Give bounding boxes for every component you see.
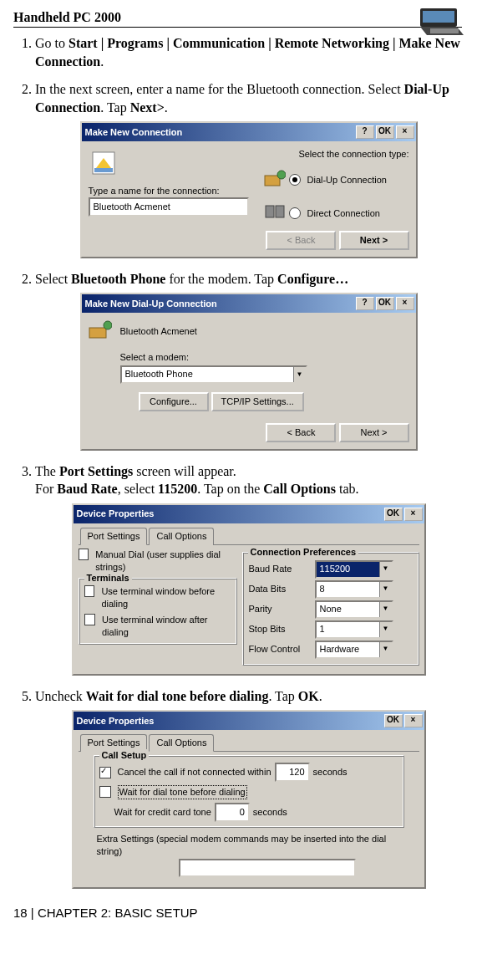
chevron-down-icon: ▼	[379, 582, 392, 597]
extra-settings-input[interactable]	[179, 859, 356, 877]
flow-control-label: Flow Control	[248, 640, 314, 660]
page-footer: 18 | CHAPTER 2: BASIC SETUP	[13, 906, 462, 920]
modem-icon	[89, 319, 112, 343]
connection-icon	[92, 151, 256, 178]
back-button[interactable]: < Back	[266, 231, 336, 250]
cancel-call-label: Cancel the call if not connected within	[118, 766, 271, 778]
baud-rate-dropdown[interactable]: 115200▼	[315, 560, 393, 579]
window-title: Make New Dial-Up Connection	[85, 298, 354, 310]
select-modem-label: Select a modem:	[120, 351, 409, 364]
terminal-before-label: Use terminal window before dialing	[101, 585, 231, 610]
ok-button[interactable]: OK	[376, 125, 394, 139]
step-4: The Port Settings screen will appear. Fo…	[35, 462, 462, 676]
direct-icon	[264, 202, 286, 224]
ok-button[interactable]: OK	[376, 297, 394, 310]
data-bits-label: Data Bits	[248, 579, 314, 600]
dialup-label: Dial-Up Connection	[307, 174, 387, 186]
terminals-group-label: Terminals	[84, 572, 132, 584]
titlebar: Device Properties OK ×	[74, 505, 424, 523]
window-title: Device Properties	[77, 715, 383, 727]
stop-bits-label: Stop Bits	[248, 620, 314, 640]
data-bits-dropdown[interactable]: 8▼	[315, 580, 393, 599]
svg-rect-1	[423, 11, 454, 23]
type-name-label: Type a name for the connection:	[89, 185, 256, 197]
ok-button[interactable]: OK	[384, 714, 403, 727]
flow-control-dropdown[interactable]: Hardware▼	[315, 641, 393, 659]
baud-rate-label: Baud Rate	[248, 559, 314, 579]
device-properties-call-dialog: Device Properties OK × Port Settings Cal…	[72, 710, 426, 889]
handheld-pc-icon	[419, 7, 465, 40]
terminal-before-checkbox[interactable]	[84, 585, 95, 597]
svg-rect-8	[276, 206, 284, 217]
configure-button[interactable]: Configure...	[139, 392, 209, 411]
tab-call-options[interactable]: Call Options	[149, 734, 214, 752]
help-button[interactable]: ?	[356, 297, 374, 310]
steps-list: Go to Start | Programs | Communication |…	[13, 34, 462, 889]
wait-dial-tone-label: Wait for dial tone before dialing	[118, 785, 247, 799]
conn-pref-group-label: Connection Preferences	[248, 546, 359, 559]
close-button[interactable]: ×	[396, 297, 414, 310]
chevron-down-icon: ▼	[379, 642, 392, 657]
credit-seconds-input[interactable]: 0	[215, 803, 250, 822]
chevron-down-icon: ▼	[293, 367, 306, 382]
window-title: Device Properties	[77, 508, 383, 520]
step-2: In the next screen, enter a name for the…	[35, 80, 462, 258]
svg-point-10	[104, 321, 112, 329]
close-button[interactable]: ×	[404, 508, 423, 521]
window-title: Make New Connection	[85, 126, 354, 139]
close-button[interactable]: ×	[396, 125, 414, 139]
extra-settings-label: Extra Settings (special modem commands m…	[97, 833, 404, 858]
parity-dropdown[interactable]: None▼	[315, 600, 393, 619]
back-button[interactable]: < Back	[266, 423, 336, 442]
titlebar: Make New Connection ? OK ×	[82, 123, 416, 141]
titlebar: Device Properties OK ×	[74, 712, 424, 730]
terminal-after-label: Use terminal window after dialing	[102, 614, 231, 639]
svg-rect-4	[94, 168, 113, 172]
make-new-connection-dialog: Make New Connection ? OK × Type a name f…	[80, 121, 418, 258]
connection-name-input[interactable]: Bluetooth Acmenet	[89, 197, 249, 217]
manual-dial-checkbox[interactable]	[79, 549, 89, 560]
tab-call-options[interactable]: Call Options	[149, 528, 214, 545]
call-setup-group-label: Call Setup	[99, 749, 150, 762]
tcpip-settings-button[interactable]: TCP/IP Settings...	[211, 392, 304, 411]
manual-dial-label: Manual Dial (user supplies dial strings)	[95, 549, 236, 574]
credit-card-tone-label: Wait for credit card tone	[114, 806, 211, 819]
svg-rect-9	[89, 328, 106, 338]
svg-rect-7	[266, 206, 274, 217]
modem-dropdown[interactable]: Bluetooth Phone ▼	[120, 365, 307, 384]
step-3: Select Bluetooth Phone for the modem. Ta…	[35, 270, 462, 451]
ok-button[interactable]: OK	[384, 508, 403, 521]
svg-rect-2	[430, 28, 459, 33]
close-button[interactable]: ×	[404, 714, 423, 727]
dialup-radio[interactable]	[289, 174, 301, 186]
help-button[interactable]: ?	[356, 125, 374, 139]
chevron-down-icon: ▼	[379, 622, 392, 637]
chevron-down-icon: ▼	[379, 562, 392, 577]
step-1: Go to Start | Programs | Communication |…	[35, 34, 462, 70]
svg-point-6	[277, 171, 286, 179]
parity-label: Parity	[248, 600, 314, 620]
next-button[interactable]: Next >	[339, 423, 409, 442]
wait-dial-tone-checkbox[interactable]	[99, 786, 111, 798]
dialup-icon	[264, 169, 286, 191]
page-title: Handheld PC 2000	[13, 10, 462, 28]
next-button[interactable]: Next >	[339, 231, 409, 250]
device-properties-port-dialog: Device Properties OK × Port Settings Cal…	[72, 503, 426, 676]
titlebar: Make New Dial-Up Connection ? OK ×	[82, 294, 416, 313]
select-type-label: Select the connection type:	[264, 148, 409, 161]
seconds-label: seconds	[313, 766, 348, 778]
stop-bits-dropdown[interactable]: 1▼	[315, 620, 393, 639]
tabs: Port Settings Call Options	[79, 527, 419, 545]
dialup-connection-dialog: Make New Dial-Up Connection ? OK × Bluet…	[80, 293, 418, 450]
cancel-call-checkbox[interactable]	[99, 767, 111, 778]
step-5: Uncheck Wait for dial tone before dialin…	[35, 687, 462, 890]
connection-name-label: Bluetooth Acmenet	[120, 325, 197, 338]
terminal-after-checkbox[interactable]	[84, 614, 95, 625]
direct-label: Direct Connection	[307, 207, 380, 220]
tab-port-settings[interactable]: Port Settings	[80, 528, 148, 545]
path-text: Start | Programs | Communication | Remot…	[35, 36, 460, 69]
seconds-label-2: seconds	[253, 806, 287, 819]
direct-radio[interactable]	[289, 207, 301, 219]
cancel-seconds-input[interactable]: 120	[275, 763, 310, 782]
conn-pref-table: Baud Rate 115200▼ Data Bits 8▼ Parity No…	[248, 559, 414, 660]
